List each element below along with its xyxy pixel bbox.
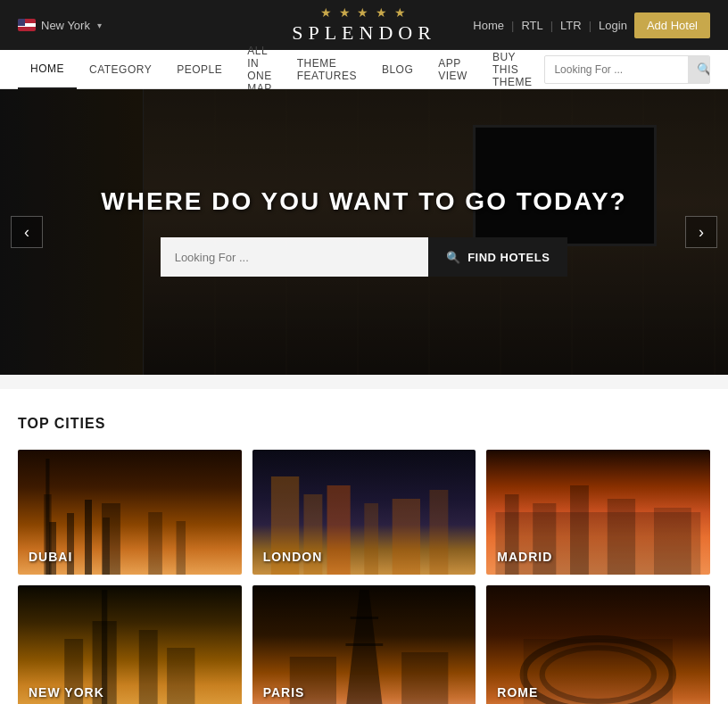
svg-rect-29 — [524, 639, 673, 704]
login-link[interactable]: Login — [599, 19, 627, 32]
city-card-newyork[interactable]: NEW YORK — [18, 585, 242, 704]
flag-icon — [18, 19, 36, 31]
city-card-madrid[interactable]: MADRID — [486, 450, 710, 575]
hero-next-button[interactable]: › — [685, 216, 717, 248]
cities-grid: DUBAI LONDON — [18, 450, 710, 704]
search-icon: 🔍 — [697, 62, 710, 76]
nav-item-all-in-one-map[interactable]: ALL IN ONE MAP — [235, 50, 285, 89]
nav-item-home[interactable]: HOME — [18, 50, 77, 89]
logo-text: SPLENDOR — [292, 21, 436, 44]
ltr-link[interactable]: LTR — [560, 19, 582, 32]
city-name-rome: ROME — [497, 685, 538, 700]
svg-rect-15 — [608, 499, 635, 575]
hero-title: WHERE DO YOU WANT TO GO TODAY? — [96, 187, 632, 216]
city-card-paris[interactable]: PARIS — [252, 585, 476, 704]
rtl-link[interactable]: RTL — [521, 19, 542, 32]
nav-search-form: 🔍 — [544, 55, 710, 84]
hero-search-input[interactable] — [161, 237, 428, 277]
city-card-dubai[interactable]: DUBAI — [18, 450, 242, 575]
nav-item-category[interactable]: CATEGORY — [77, 50, 164, 89]
nav-item-buy-theme[interactable]: BUY THIS THEME — [480, 50, 545, 89]
svg-rect-9 — [392, 499, 419, 575]
city-name-newyork: NEW YORK — [29, 685, 104, 700]
nav-item-theme-features[interactable]: THEME FEATURES — [285, 50, 369, 89]
hero-content: WHERE DO YOU WANT TO GO TODAY? 🔍 FIND HO… — [96, 187, 632, 277]
site-header: New York ▾ ★ ★ ★ ★ ★ SPLENDOR Home | RTL… — [0, 0, 728, 50]
home-link[interactable]: Home — [473, 19, 504, 32]
city-name-paris: PARIS — [263, 685, 305, 700]
find-hotels-label: FIND HOTELS — [467, 251, 550, 264]
svg-rect-24 — [345, 643, 383, 646]
svg-rect-3 — [148, 512, 162, 575]
city-name-madrid: MADRID — [497, 550, 552, 564]
city-card-london[interactable]: LONDON — [252, 450, 476, 575]
add-hotel-button[interactable]: Add Hotel — [634, 12, 710, 38]
svg-rect-16 — [654, 508, 691, 575]
top-cities-section: TOP CITIES DUBAI — [0, 389, 728, 704]
svg-rect-23 — [350, 617, 377, 619]
svg-rect-2 — [102, 503, 120, 575]
svg-rect-8 — [364, 503, 378, 575]
nav-search-button[interactable]: 🔍 — [688, 55, 710, 84]
nav-item-people[interactable]: PEOPLE — [164, 50, 235, 89]
svg-rect-13 — [534, 503, 557, 575]
city-name-london: LONDON — [263, 550, 323, 564]
main-nav: HOME CATEGORY PEOPLE ALL IN ONE MAP THEM… — [0, 50, 728, 89]
svg-rect-26 — [401, 652, 448, 704]
logo-stars: ★ ★ ★ ★ ★ — [292, 5, 436, 20]
header-nav: Home | RTL | LTR | Login Add Hotel — [473, 12, 710, 38]
svg-rect-20 — [139, 630, 158, 704]
city-name-dubai: DUBAI — [29, 550, 72, 564]
svg-rect-21 — [167, 648, 194, 704]
search-icon: 🔍 — [446, 251, 461, 264]
nav-item-blog[interactable]: BLOG — [369, 50, 426, 89]
hero-section: ‹ › WHERE DO YOU WANT TO GO TODAY? 🔍 FIN… — [0, 89, 728, 375]
logo[interactable]: ★ ★ ★ ★ ★ SPLENDOR — [292, 5, 436, 45]
hero-find-button[interactable]: 🔍 FIND HOTELS — [428, 237, 568, 277]
hero-search-form: 🔍 FIND HOTELS — [96, 237, 632, 277]
svg-rect-7 — [327, 485, 350, 575]
location-label: New York — [41, 19, 90, 32]
nav-search-input[interactable] — [545, 63, 688, 76]
hero-prev-button[interactable]: ‹ — [11, 216, 43, 248]
chevron-down-icon: ▾ — [97, 21, 102, 30]
city-card-rome[interactable]: ROME — [486, 585, 710, 704]
svg-rect-4 — [177, 521, 186, 575]
svg-rect-14 — [570, 485, 589, 575]
gap — [0, 375, 728, 389]
top-cities-title: TOP CITIES — [18, 416, 710, 432]
nav-item-app-view[interactable]: APP VIEW — [426, 50, 480, 89]
location-selector[interactable]: New York ▾ — [18, 19, 102, 32]
nav-links: HOME CATEGORY PEOPLE ALL IN ONE MAP THEM… — [18, 50, 544, 89]
svg-marker-22 — [345, 590, 383, 704]
svg-rect-10 — [429, 490, 448, 575]
